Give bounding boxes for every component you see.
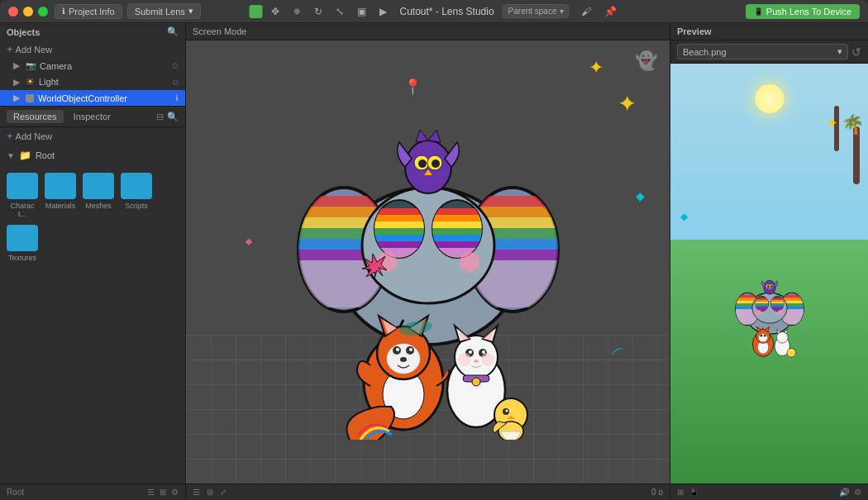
footer-root-label: Root — [7, 488, 24, 497]
svg-point-43 — [418, 160, 427, 168]
svg-rect-34 — [432, 228, 482, 235]
preview-settings-icon[interactable]: ⚙ — [854, 488, 861, 497]
resources-header: Resources Inspector ⊟ 🔍 — [0, 107, 185, 127]
tree-root[interactable]: ▼ 📁 Root — [7, 148, 179, 163]
vp-footer-left-icons: ☰ ⊞ ⤢ — [193, 488, 227, 497]
svg-point-39 — [460, 252, 479, 272]
object-camera[interactable]: ▶ 📷 Camera ⊙ — [0, 58, 185, 74]
preview-selector: Beach.png ▾ ↺ — [670, 40, 868, 64]
svg-point-56 — [396, 348, 399, 351]
tool-select[interactable] — [249, 5, 262, 18]
preview-label: Preview — [677, 26, 712, 36]
svg-rect-27 — [374, 235, 424, 241]
svg-rect-32 — [432, 215, 482, 221]
title-bar-center: ✥ ⊕ ↻ ⤡ ▣ ▶ Cutout* - Lens Studio Parent… — [249, 3, 618, 20]
svg-rect-33 — [432, 221, 482, 228]
tool-paint[interactable]: 🖌 — [578, 3, 594, 20]
tab-inspector[interactable]: Inspector — [67, 110, 117, 123]
objects-search-icon[interactable]: 🔍 — [167, 26, 179, 37]
footer-icons: ☰ ⊞ ⚙ — [147, 488, 179, 497]
viewport-footer: ☰ ⊞ ⤢ 0 o — [186, 483, 670, 500]
svg-point-73 — [481, 353, 494, 366]
left-panel-footer: Root ☰ ⊞ ⚙ — [0, 483, 185, 500]
window-controls — [0, 7, 48, 17]
folder-materials[interactable]: Materials — [45, 173, 76, 218]
objects-label: Objects — [7, 27, 40, 37]
tool-scale[interactable]: ⤡ — [331, 3, 348, 20]
viewport-header: Screen Mode — [186, 23, 670, 40]
tool-pin[interactable]: 📌 — [603, 3, 619, 20]
title-bar-right: 📱 Push Lens To Device — [746, 4, 868, 19]
parent-space-selector[interactable]: Parent space ▾ — [503, 4, 570, 18]
folder-textures[interactable]: Textures — [7, 225, 38, 262]
add-new-row: + Add New — [0, 40, 185, 58]
svg-rect-31 — [432, 208, 482, 215]
tool-snap[interactable]: ⊕ — [289, 3, 305, 20]
svg-point-68 — [482, 350, 485, 354]
tool-move[interactable]: ✥ — [267, 3, 284, 20]
settings-icon[interactable]: ⚙ — [171, 488, 179, 497]
svg-rect-25 — [374, 221, 424, 228]
characters-illustration — [186, 40, 670, 483]
svg-point-57 — [409, 348, 413, 351]
preview-file-button[interactable]: Beach.png ▾ — [677, 44, 848, 60]
title-bar: ℹ Project Info Submit Lens ▾ ✥ ⊕ ↻ ⤡ ▣ ▶… — [0, 0, 868, 23]
svg-point-67 — [469, 350, 472, 354]
screen-mode-label: Screen Mode — [193, 26, 246, 36]
search-res-icon[interactable]: 🔍 — [167, 112, 179, 122]
folder-meshes[interactable]: Meshes — [83, 173, 114, 218]
preview-phone-icon[interactable]: 📱 — [689, 488, 699, 497]
svg-rect-84 — [735, 295, 759, 298]
left-panel: Objects 🔍 + Add New ▶ 📷 Camera ⊙ ▶ ☀ L — [0, 23, 186, 500]
right-panel: Preview Beach.png ▾ ↺ 🌴 — [670, 23, 868, 500]
svg-rect-26 — [374, 228, 424, 235]
tool-frame[interactable]: ▣ — [353, 3, 370, 20]
add-new-button[interactable]: + Add New — [7, 43, 52, 55]
viewport-canvas[interactable]: ✦ ✦ 📍 ◆ ⬥ ⌒ 👻 — [186, 40, 670, 483]
res-tree: ▼ 📁 Root — [0, 145, 185, 166]
resources-tabs: Resources Inspector — [7, 110, 117, 123]
svg-point-69 — [474, 360, 479, 363]
share-icon[interactable]: ⤢ — [220, 488, 227, 497]
tool-rotate[interactable]: ↻ — [310, 3, 327, 20]
grid-icon[interactable]: ⊞ — [207, 488, 213, 497]
preview-speaker-icon[interactable]: 🔊 — [839, 488, 849, 497]
push-lens-button[interactable]: 📱 Push Lens To Device — [746, 4, 860, 19]
object-world-controller[interactable]: ▶ WorldObjectController ℹ — [0, 90, 185, 106]
svg-rect-35 — [432, 235, 482, 241]
res-folders: Charact... Materials Meshes Scripts Text… — [0, 166, 185, 269]
objects-section: Objects 🔍 + Add New ▶ 📷 Camera ⊙ ▶ ☀ L — [0, 23, 185, 107]
svg-point-44 — [432, 160, 440, 168]
preview-footer: ⊞ 📱 🔊 ⚙ — [670, 483, 868, 500]
objects-header: Objects 🔍 — [0, 23, 185, 40]
filter-icon[interactable]: ⊟ — [156, 112, 164, 122]
app-title: Cutout* - Lens Studio — [399, 6, 494, 17]
svg-point-71 — [472, 378, 480, 386]
res-add-row: + Add New — [0, 127, 185, 145]
viewport: Screen Mode ✦ ✦ 📍 ◆ ⬥ ⌒ 👻 — [186, 23, 670, 500]
svg-rect-28 — [374, 241, 424, 248]
svg-point-77 — [505, 410, 508, 412]
folder-scripts[interactable]: Scripts — [121, 173, 152, 218]
list-icon[interactable]: ☰ — [193, 488, 200, 497]
list-view-icon[interactable]: ☰ — [147, 488, 155, 497]
main-layout: Objects 🔍 + Add New ▶ 📷 Camera ⊙ ▶ ☀ L — [0, 23, 868, 500]
object-light[interactable]: ▶ ☀ Light ⊙ — [0, 74, 185, 90]
tool-play[interactable]: ▶ — [374, 3, 391, 20]
project-info-button[interactable]: ℹ Project Info — [55, 4, 122, 19]
vp-zoom-level: 0 o — [651, 488, 663, 497]
maximize-button[interactable] — [38, 7, 48, 17]
preview-grid-icon[interactable]: ⊞ — [677, 488, 684, 497]
preview-footer-left: ⊞ 📱 — [677, 488, 699, 497]
close-button[interactable] — [8, 7, 18, 17]
grid-view-icon[interactable]: ⊞ — [160, 488, 166, 497]
preview-footer-right: 🔊 ⚙ — [839, 488, 861, 497]
svg-rect-24 — [374, 215, 424, 221]
preview-header: Preview — [670, 23, 868, 40]
preview-refresh-icon[interactable]: ↺ — [851, 45, 861, 59]
minimize-button[interactable] — [23, 7, 33, 17]
res-add-button[interactable]: + Add New — [7, 130, 52, 142]
folder-characters[interactable]: Charact... — [7, 173, 38, 218]
tab-resources[interactable]: Resources — [7, 110, 64, 123]
submit-lens-button[interactable]: Submit Lens ▾ — [127, 3, 201, 19]
